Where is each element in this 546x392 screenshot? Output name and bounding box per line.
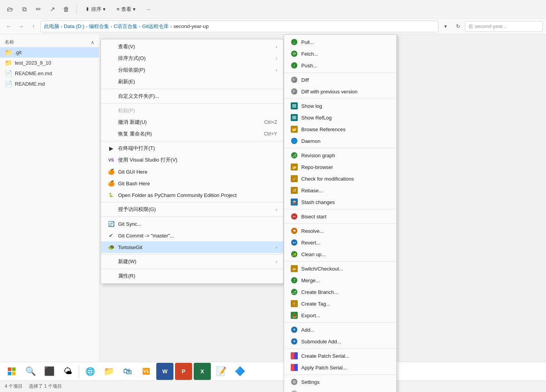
menu-check-mods[interactable]: ✓ Check for modifications	[284, 173, 396, 185]
file-item-git[interactable]: 📁 .git	[0, 47, 99, 58]
check-mods-icon: ✓	[290, 175, 298, 183]
menu-git-gui[interactable]: 🍊 Git GUI Here	[101, 166, 283, 178]
menu-fetch[interactable]: ⟳ Fetch...	[284, 48, 396, 60]
menu-tortoisegit[interactable]: 🐢 TortoiseGit ›	[101, 241, 283, 253]
menu-pull[interactable]: ↓ Pull...	[284, 36, 396, 48]
menu-show-reflog[interactable]: Show RefLog	[284, 112, 396, 123]
menu-bisect[interactable]: ✂ Bisect start	[284, 211, 396, 222]
microsoft-store[interactable]: 🛍	[119, 363, 136, 380]
menu-create-patch[interactable]: Create Patch Serial...	[284, 350, 396, 362]
menu-undo-new[interactable]: 撤消 新建(U) Ctrl+Z	[101, 116, 283, 128]
menu-restore-rename[interactable]: 恢复 重命名(R) Ctrl+Y	[101, 128, 283, 140]
menu-git-commit[interactable]: ✔ Git Commit -> "master"...	[101, 230, 283, 241]
menu-browse-refs[interactable]: 📂 Browse References	[284, 123, 396, 135]
breadcrumb-programming[interactable]: 编程合集	[89, 23, 109, 30]
menu-git-bash[interactable]: 🍊 Git Bash Here	[101, 178, 283, 189]
file-item-readme[interactable]: 📄 README.md	[0, 79, 99, 89]
menu-permissions[interactable]: 授予访问权限(G) ›	[101, 204, 283, 215]
breadcrumb-computer[interactable]: 此电脑	[44, 23, 59, 30]
breadcrumb[interactable]: 此电脑 › Data (D:) › 编程合集 › C语言合集 › Git远程仓库…	[41, 21, 438, 32]
menu-refresh[interactable]: 刷新(E)	[101, 76, 283, 88]
menu-settings[interactable]: ⚙ Settings	[284, 376, 396, 388]
menu-view[interactable]: 查看(V) ›	[101, 41, 283, 53]
status-bar: 4 个项目 选择了 1 个项目	[0, 380, 546, 392]
menu-add[interactable]: + Add...	[284, 324, 396, 336]
merge-icon: ⤴	[290, 276, 298, 284]
share-icon[interactable]: ↗	[47, 4, 58, 15]
menu-diff-prev[interactable]: 🔍 Diff with previous version	[284, 86, 396, 97]
sep-r9	[284, 374, 396, 375]
menu-sort-by[interactable]: 排序方式(O) ›	[101, 53, 283, 64]
forward-button[interactable]: →	[16, 21, 27, 32]
menu-new[interactable]: 新建(W) ›	[101, 256, 283, 267]
word[interactable]: W	[156, 363, 173, 380]
menu-push[interactable]: ↑ Push...	[284, 60, 396, 71]
task-view[interactable]: ⬛	[41, 363, 58, 380]
view-button[interactable]: ≡ 查看 ▾	[113, 4, 140, 14]
file-item-readme-en[interactable]: 📄 README.en.md	[0, 68, 99, 79]
dropdown-button[interactable]: ▾	[440, 21, 451, 32]
svg-text:⎇: ⎇	[292, 153, 297, 158]
menu-help[interactable]: ? Help	[284, 388, 396, 392]
customize-icon	[107, 92, 115, 100]
menu-daemon[interactable]: 🌐 Daemon	[284, 135, 396, 147]
menu-create-tag[interactable]: T Create Tag...	[284, 298, 396, 309]
excel[interactable]: X	[194, 363, 211, 380]
menu-switch[interactable]: ⇄ Switch/Checkout...	[284, 263, 396, 274]
back-button[interactable]: ←	[3, 21, 14, 32]
pycharm-icon: 🐍	[107, 191, 115, 199]
breadcrumb-clang[interactable]: C语言合集	[114, 23, 138, 30]
menu-pycharm[interactable]: 🐍 Open Folder as PyCharm Community Editi…	[101, 189, 283, 201]
notepad[interactable]: 📝	[212, 363, 230, 380]
copy-icon[interactable]: ⧉	[19, 4, 30, 15]
visual-studio[interactable]: 🆚	[138, 363, 155, 380]
menu-create-branch[interactable]: ⎇ Create Branch...	[284, 286, 396, 298]
menu-git-sync[interactable]: 🔄 Git Sync...	[101, 218, 283, 230]
widgets-button[interactable]: 🌤	[59, 363, 76, 380]
up-button[interactable]: ↑	[28, 21, 39, 32]
svg-rect-56	[291, 364, 294, 371]
search-box[interactable]: 在 second-year...	[465, 21, 543, 32]
file-item-test[interactable]: 📁 test_2023_9_10	[0, 58, 99, 68]
menu-customize[interactable]: 自定义文件夹(F)...	[101, 90, 283, 102]
menu-cleanup[interactable]: ✨ Clean up...	[284, 248, 396, 260]
menu-show-log[interactable]: Show log	[284, 100, 396, 112]
sort-button[interactable]: ⬍ 排序 ▾	[81, 4, 110, 14]
help-icon: ?	[290, 390, 298, 392]
menu-terminal[interactable]: ▶ 在终端中打开(T)	[101, 142, 283, 154]
new-folder-icon[interactable]: 🗁	[5, 4, 16, 15]
sep7	[101, 269, 283, 269]
menu-rebase[interactable]: ↺ Rebase...	[284, 185, 396, 196]
refresh-button[interactable]: ↻	[452, 21, 463, 32]
breadcrumb-git[interactable]: Git远程仓库	[142, 23, 169, 30]
edge-browser[interactable]: 🌐	[81, 363, 99, 380]
context-menu-left: 查看(V) › 排序方式(O) › 分组依据(P) › 刷新(E) 自定义文件夹…	[101, 39, 284, 284]
sep1	[101, 89, 283, 89]
search-taskbar[interactable]: 🔍	[22, 363, 39, 380]
menu-resolve[interactable]: ⚑ Resolve...	[284, 225, 396, 237]
menu-submodule-add[interactable]: + Submodule Add...	[284, 336, 396, 347]
menu-properties[interactable]: 属性(R)	[101, 270, 283, 282]
menu-export[interactable]: 📤 Export...	[284, 309, 396, 321]
start-button[interactable]	[3, 363, 20, 380]
menu-group-by[interactable]: 分组依据(P) ›	[101, 64, 283, 76]
menu-merge[interactable]: ⤴ Merge...	[284, 274, 396, 286]
menu-stash[interactable]: 📦 Stash changes	[284, 196, 396, 208]
powerpoint[interactable]: P	[175, 363, 192, 380]
menu-repo-browser[interactable]: 📂 Repo-browser	[284, 161, 396, 173]
file-explorer[interactable]: 📁	[100, 363, 117, 380]
menu-vs[interactable]: VS 使用 Visual Studio 打开(V)	[101, 154, 283, 166]
menu-paste: 粘贴(P)	[101, 105, 283, 116]
menu-revision-graph[interactable]: ⎇ Revision graph	[284, 149, 396, 161]
svg-text:↓: ↓	[293, 40, 295, 44]
menu-diff[interactable]: 🔍 Diff	[284, 74, 396, 86]
git-sync-icon: 🔄	[107, 220, 115, 228]
devenv[interactable]: 🔷	[231, 363, 248, 380]
delete-icon[interactable]: 🗑	[61, 4, 72, 15]
menu-revert[interactable]: ↩ Revert...	[284, 237, 396, 248]
stash-icon: 📦	[290, 198, 298, 206]
menu-apply-patch[interactable]: Apply Patch Serial...	[284, 362, 396, 373]
breadcrumb-data[interactable]: Data (D:)	[64, 23, 85, 29]
rename-icon[interactable]: ✏	[33, 4, 44, 15]
more-button[interactable]: ···	[143, 5, 155, 14]
